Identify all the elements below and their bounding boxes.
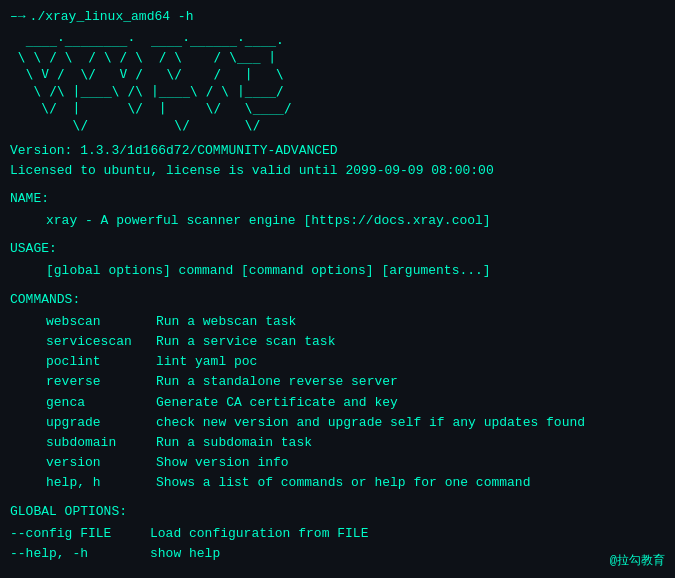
command-description: lint yaml poc xyxy=(156,353,257,371)
list-item: servicescanRun a service scan task xyxy=(10,333,665,351)
command-name: help, h xyxy=(46,474,156,492)
command-name: servicescan xyxy=(46,333,156,351)
list-item: gencaGenerate CA certificate and key xyxy=(10,394,665,412)
usage-title: USAGE: xyxy=(10,240,665,258)
watermark: @拉勾教育 xyxy=(610,553,665,570)
commands-section: COMMANDS: webscanRun a webscan taskservi… xyxy=(10,291,665,493)
list-item: subdomainRun a subdomain task xyxy=(10,434,665,452)
license-line: Licensed to ubuntu, license is valid unt… xyxy=(10,162,665,180)
list-item: poclintlint yaml poc xyxy=(10,353,665,371)
command-line: –→ ./xray_linux_amd64 -h xyxy=(10,8,665,26)
command-description: Run a subdomain task xyxy=(156,434,312,452)
command-name: genca xyxy=(46,394,156,412)
list-item: --help, -hshow help xyxy=(10,545,665,563)
name-section: NAME: xray - A powerful scanner engine [… xyxy=(10,190,665,230)
global-options-section: GLOBAL OPTIONS: --config FILELoad config… xyxy=(10,503,665,564)
option-description: show help xyxy=(150,545,220,563)
list-item: versionShow version info xyxy=(10,454,665,472)
option-name: --config FILE xyxy=(10,525,150,543)
commands-title: COMMANDS: xyxy=(10,291,665,309)
arrow-icon: –→ xyxy=(10,8,26,26)
options-list: --config FILELoad configuration from FIL… xyxy=(10,525,665,563)
list-item: reverseRun a standalone reverse server xyxy=(10,373,665,391)
command-description: Run a standalone reverse server xyxy=(156,373,398,391)
command-description: Run a webscan task xyxy=(156,313,296,331)
commands-list: webscanRun a webscan taskservicescanRun … xyxy=(10,313,665,493)
usage-section: USAGE: [global options] command [command… xyxy=(10,240,665,280)
command-description: check new version and upgrade self if an… xyxy=(156,414,585,432)
option-name: --help, -h xyxy=(10,545,150,563)
list-item: webscanRun a webscan task xyxy=(10,313,665,331)
name-content: xray - A powerful scanner engine [https:… xyxy=(10,212,665,230)
command-description: Show version info xyxy=(156,454,289,472)
name-title: NAME: xyxy=(10,190,665,208)
command-text: ./xray_linux_amd64 -h xyxy=(30,8,194,26)
command-name: subdomain xyxy=(46,434,156,452)
command-description: Shows a list of commands or help for one… xyxy=(156,474,530,492)
list-item: upgradecheck new version and upgrade sel… xyxy=(10,414,665,432)
command-name: upgrade xyxy=(46,414,156,432)
command-name: poclint xyxy=(46,353,156,371)
usage-content: [global options] command [command option… xyxy=(10,262,665,280)
terminal: –→ ./xray_linux_amd64 -h ____·________· … xyxy=(10,8,665,570)
command-name: version xyxy=(46,454,156,472)
ascii-art-logo: ____·________· ____·______·____. \ \ / \… xyxy=(10,32,665,133)
command-description: Run a service scan task xyxy=(156,333,335,351)
command-name: webscan xyxy=(46,313,156,331)
version-info: Version: 1.3.3/1d166d72/COMMUNITY-ADVANC… xyxy=(10,142,665,180)
command-description: Generate CA certificate and key xyxy=(156,394,398,412)
list-item: help, hShows a list of commands or help … xyxy=(10,474,665,492)
list-item: --config FILELoad configuration from FIL… xyxy=(10,525,665,543)
command-name: reverse xyxy=(46,373,156,391)
global-options-title: GLOBAL OPTIONS: xyxy=(10,503,665,521)
option-description: Load configuration from FILE xyxy=(150,525,368,543)
version-line: Version: 1.3.3/1d166d72/COMMUNITY-ADVANC… xyxy=(10,142,665,160)
